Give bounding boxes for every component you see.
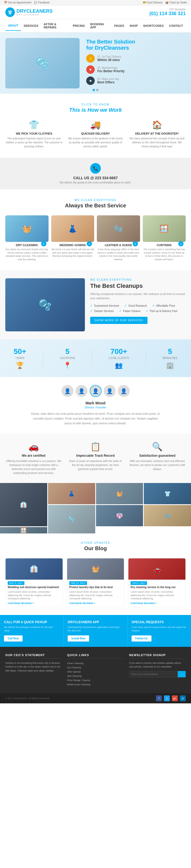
- newsletter-input[interactable]: [129, 671, 178, 677]
- footer-cta-btn-2[interactable]: Install Now: [68, 636, 89, 642]
- card-delivery-label[interactable]: Card Delivery: [147, 1, 163, 4]
- nav-booking-app[interactable]: Booking App: [88, 20, 112, 32]
- facebook-icon[interactable]: f: [156, 695, 162, 701]
- show-more-button[interactable]: SHOW MORE OF OUR SERVICES: [90, 317, 148, 324]
- blog-badge-2: FEB 12, 2017: [69, 581, 87, 585]
- stat-icon-4: 🏢: [163, 362, 178, 369]
- stat-label-1: Years: [13, 356, 26, 360]
- service-desc-2: We know it is your finest call and we wi…: [51, 248, 94, 258]
- blog-link-1[interactable]: CONTINUE READING +: [6, 602, 63, 607]
- avatar-5[interactable]: 👤: [118, 385, 130, 397]
- blog-card-title-2: Protect laundry tips that at its best: [67, 586, 124, 590]
- how-icon-3: 🏠: [128, 120, 186, 130]
- certified-section: 🚗 We are certified Offering incredible s…: [0, 434, 191, 483]
- cf-item-2: ✓ Good Research: [124, 304, 147, 308]
- dot-2[interactable]: [96, 89, 98, 91]
- cf-label-5: Faster Cleaner: [123, 310, 140, 312]
- testimonial-name: Mark Wood: [5, 401, 186, 405]
- newsletter-submit-button[interactable]: →: [178, 671, 186, 677]
- service-plus-1[interactable]: +: [41, 241, 46, 246]
- logo: 👕 DRYCLEANERS DRY CLEANERS: [5, 7, 53, 17]
- track-order-label[interactable]: Track an Order: [169, 1, 187, 4]
- footer-link-6[interactable]: Bridal Gown Cleaning: [67, 682, 124, 687]
- nav-services[interactable]: Services: [21, 21, 41, 31]
- how-desc-2: We ensure delivery to the gridlock of th…: [67, 136, 124, 148]
- service-desc-4: The curtains care is something that has …: [143, 248, 186, 261]
- footer-cta-title-2: DRYCLEANERS APP: [68, 620, 123, 624]
- nav-pricing[interactable]: Pricing: [70, 21, 88, 31]
- hero-section: 🫧 The Better Solution for DryCleansers ⚡…: [0, 33, 191, 94]
- feedback-link[interactable]: 💬 Feedback: [34, 1, 50, 4]
- gallery-item-2: 👗: [48, 483, 95, 504]
- how-title-1: WE PICK YOUR CLOTHES: [5, 132, 63, 135]
- stat-label-4: Branches: [163, 356, 178, 360]
- track-order-link[interactable]: 📦 Track an Order: [165, 1, 187, 4]
- blog-img-3: 🚗: [128, 558, 185, 580]
- footer-link-3[interactable]: Shirt Special: [67, 670, 124, 674]
- how-section-title: This is How we Work: [5, 107, 186, 113]
- how-title-3: DELIVERY AT THE DOORSTEP!: [128, 132, 186, 135]
- stat-divider-3: [146, 350, 146, 366]
- stat-number-4: 5: [163, 347, 178, 356]
- avatar-2[interactable]: 👤: [75, 385, 88, 397]
- googleplus-icon[interactable]: g+: [172, 695, 178, 701]
- stat-label-3: Loyal Clients: [109, 356, 129, 360]
- nav-about[interactable]: About: [5, 21, 21, 31]
- cf-check-4: ✓: [90, 309, 93, 313]
- cleanups-desc: Offering exceptional solutions is our pa…: [90, 292, 186, 301]
- feedback-label[interactable]: Feedback: [38, 1, 50, 4]
- how-title-highlight: How we Work: [88, 107, 122, 113]
- cf-item-6: ✓ Pick up & Delivery Fast: [146, 309, 177, 313]
- gallery-item-1: 👔: [0, 483, 47, 526]
- avatar-1[interactable]: 👤: [62, 385, 73, 397]
- cleanups-features: ✓ Guaranteed Services ✓ Good Research ✓ …: [90, 304, 186, 313]
- blog-link-3[interactable]: CONTINUE READING +: [128, 602, 185, 607]
- blog-section: Other Updates Our Blog 👔 MAY 5, 2017 Wed…: [0, 533, 191, 615]
- service-card-3: 🧤 + LEATHER & SUEDE It has these languag…: [97, 215, 140, 261]
- blog-link-2[interactable]: CONTINUE READING +: [67, 602, 124, 607]
- twitter-icon[interactable]: t: [164, 695, 170, 701]
- how-desc-3: We have pioneered the concept of pick-up…: [128, 136, 186, 148]
- linkedin-icon[interactable]: in: [180, 695, 186, 701]
- logo-subtitle: DRY CLEANERS: [17, 13, 53, 16]
- footer-cta-btn-1[interactable]: Call Now: [4, 636, 23, 642]
- dot-1[interactable]: [93, 89, 95, 91]
- top-bar: 📅 Get an Appointment 💬 Feedback 💳 Card D…: [0, 0, 191, 5]
- appointment-label[interactable]: Get an Appointment: [8, 1, 31, 4]
- footer-links-list: Gown Cleaning Dry Cleaning Shirt Special…: [67, 661, 124, 687]
- feature-val-1: Within 30 mins: [97, 58, 121, 62]
- service-section-label: We Clean Everything: [5, 198, 186, 202]
- how-item-3: 🏠 DELIVERY AT THE DOORSTEP! We have pion…: [128, 120, 186, 148]
- cta-desc: We deliver the goods to the most comfort…: [5, 181, 186, 184]
- feature-icon-3: ★: [86, 76, 95, 85]
- service-section-title: Always the Best Service: [5, 203, 186, 209]
- nav-after-repairs[interactable]: After & Repairs: [41, 20, 70, 32]
- phone-label: 24/7 Available: [149, 8, 186, 11]
- footer-link-5[interactable]: Price Range / Spaces: [67, 678, 124, 682]
- nav-shortcodes[interactable]: Shortcodes: [140, 21, 166, 31]
- cf-item-1: ✓ Guaranteed Services: [90, 304, 119, 308]
- footer-cta-btn-3[interactable]: Follow Us: [132, 636, 152, 642]
- cf-label-3: Affordable Price: [156, 304, 175, 307]
- hero-feature-3: ★ 03. Make your day Best Offers: [86, 76, 186, 85]
- feature-icon-2: ♥: [86, 65, 95, 74]
- appointment-link[interactable]: 📅 Get an Appointment: [4, 1, 31, 4]
- feature-text-3: 03. Make your day Best Offers: [97, 78, 119, 84]
- avatar-3-active[interactable]: 👤: [90, 385, 102, 397]
- nav-pages[interactable]: Pages: [112, 21, 127, 31]
- avatar-4[interactable]: 👤: [104, 385, 116, 397]
- card-delivery-link[interactable]: 💳 Card Delivery: [143, 1, 163, 4]
- stats-grid: 50+ Years 🏆 5 Locations 📍 700+ Loyal Cli…: [5, 347, 186, 369]
- nav-shop[interactable]: Shop: [127, 21, 140, 31]
- nav-contact[interactable]: Contact: [166, 21, 186, 31]
- footer-link-4[interactable]: Wet Cleaning: [67, 674, 124, 678]
- feature-icon-1: ⚡: [86, 54, 95, 63]
- hero-highlight: DryCleansers: [95, 45, 129, 51]
- service-plus-3[interactable]: +: [133, 241, 138, 246]
- footer-link-1[interactable]: Gown Cleaning: [67, 661, 124, 665]
- top-bar-left: 📅 Get an Appointment 💬 Feedback: [4, 1, 50, 4]
- service-img-1: 🧺: [5, 215, 49, 242]
- feature-label-1: 01. So Fast Delivery: [97, 55, 121, 58]
- gallery-item-3: 🧺: [96, 483, 143, 504]
- footer-link-2[interactable]: Dry Cleaning: [67, 665, 124, 670]
